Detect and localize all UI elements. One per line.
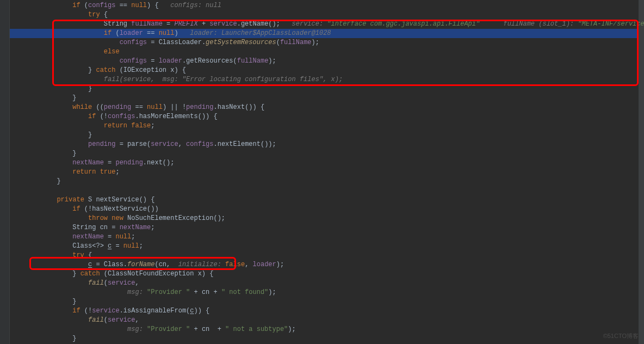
token-field: configs bbox=[120, 57, 147, 65]
code-line[interactable]: c = Class.forName(cn, initialize: false,… bbox=[10, 260, 644, 269]
code-line[interactable]: } bbox=[10, 94, 644, 103]
token-kw: return true bbox=[72, 168, 115, 176]
token-plain: .hasMoreElements()) { bbox=[135, 113, 217, 120]
code-line[interactable]: if (loader == null) loader: Launcher$App… bbox=[10, 29, 644, 38]
token-plain: , bbox=[245, 261, 252, 268]
token-field: nextName bbox=[72, 233, 104, 241]
token-plain: { bbox=[100, 11, 108, 19]
token-str-ital: "interface com.ggc.javaspi.api.FileApi" bbox=[327, 20, 480, 28]
code-line[interactable]: } bbox=[10, 131, 644, 140]
code-editor[interactable]: if (configs == null) { configs: null try… bbox=[10, 0, 644, 344]
token-plain: = bbox=[104, 233, 116, 241]
token-kw: catch bbox=[81, 270, 100, 278]
token-plain: ) || ! bbox=[163, 103, 186, 111]
code-line[interactable]: } bbox=[10, 149, 644, 158]
token-plain: ( bbox=[81, 2, 88, 9]
token-plain: + cn + bbox=[190, 288, 221, 296]
token-kw: catch bbox=[96, 66, 115, 74]
code-line[interactable]: while ((pending == null) || !pending.has… bbox=[10, 103, 644, 112]
token-plain: } bbox=[72, 335, 76, 342]
token-field: configs bbox=[108, 113, 135, 120]
token-field: service bbox=[108, 316, 135, 324]
code-line[interactable]: if (!hasNextService()) bbox=[10, 205, 644, 214]
code-line[interactable]: msg: "Provider " + cn + " not a subtype"… bbox=[10, 325, 644, 334]
code-line[interactable]: msg: "Provider " + cn + " not found"); bbox=[10, 288, 644, 297]
code-line[interactable]: configs = ClassLoader.getSystemResources… bbox=[10, 38, 644, 47]
code-line[interactable]: Class<?> c = null; bbox=[10, 242, 644, 251]
code-line[interactable] bbox=[10, 186, 644, 195]
token-hint: loader: Launcher$AppClassLoader@1028 bbox=[190, 29, 331, 37]
token-plain: = Class. bbox=[92, 261, 127, 268]
code-line[interactable]: } bbox=[10, 177, 644, 186]
code-line[interactable]: private S nextService() { bbox=[10, 195, 644, 205]
code-line[interactable]: fail(service, bbox=[10, 279, 644, 288]
code-line[interactable]: fail(service, bbox=[10, 316, 644, 325]
token-hint: fail(service, msg: "Error locating confi… bbox=[104, 76, 343, 83]
token-plain: ; bbox=[131, 233, 135, 241]
token-plain: ; bbox=[139, 242, 143, 250]
token-kw: if bbox=[72, 2, 80, 9]
token-plain: } bbox=[72, 270, 80, 278]
code-line[interactable]: } catch (IOException x) { bbox=[10, 66, 644, 75]
code-line[interactable]: try { bbox=[10, 251, 644, 260]
code-line[interactable]: if (!service.isAssignableFrom(c)) { bbox=[10, 306, 644, 316]
token-field: loader bbox=[253, 261, 276, 268]
token-plain: = bbox=[112, 242, 123, 250]
token-plain: = ClassLoader. bbox=[147, 39, 206, 46]
code-line[interactable]: } bbox=[10, 297, 644, 306]
token-plain: == bbox=[131, 103, 147, 111]
token-plain bbox=[84, 196, 88, 204]
token-str: " not found" bbox=[221, 288, 268, 296]
code-line[interactable]: } catch (ClassNotFoundException x) { bbox=[10, 269, 644, 279]
code-line[interactable]: pending = parse(service, configs.nextEle… bbox=[10, 140, 644, 149]
token-plain: .getResources( bbox=[182, 57, 237, 65]
watermark: ©51CTO博客 bbox=[603, 331, 639, 341]
token-field: nextName bbox=[120, 224, 151, 231]
token-hint: configs: bbox=[170, 2, 206, 9]
code-line[interactable]: return true; bbox=[10, 168, 644, 177]
token-field: fullName bbox=[237, 57, 269, 65]
token-plain: String cn = bbox=[72, 224, 119, 231]
token-field: pending bbox=[186, 103, 213, 111]
code-line[interactable]: if (configs == null) { configs: null bbox=[10, 1, 644, 10]
token-field: service bbox=[108, 279, 135, 287]
token-plain: .getName(); bbox=[237, 20, 292, 28]
token-field: configs bbox=[186, 140, 213, 148]
token-kw: null bbox=[147, 103, 163, 111]
token-kw: throw new bbox=[88, 214, 123, 222]
code-line[interactable]: nextName = pending.next(); bbox=[10, 158, 644, 168]
code-line[interactable]: } bbox=[10, 334, 644, 343]
code-line[interactable]: String cn = nextName; bbox=[10, 223, 644, 232]
token-kw: if bbox=[104, 29, 112, 37]
token-plain: nextService() { bbox=[92, 196, 154, 204]
token-field: pending bbox=[104, 103, 131, 111]
token-field: loader bbox=[159, 57, 182, 65]
code-line[interactable]: return false; bbox=[10, 121, 644, 131]
token-kw: else bbox=[104, 48, 120, 56]
token-plain: + cn + bbox=[190, 325, 225, 333]
token-plain: + bbox=[198, 20, 210, 28]
code-line[interactable]: configs = loader.getResources(fullName); bbox=[10, 57, 644, 66]
token-field: fullName bbox=[280, 39, 312, 46]
token-hint: msg: bbox=[127, 325, 147, 333]
token-plain: .isAssignableFrom( bbox=[120, 307, 190, 315]
token-plain: ); bbox=[268, 288, 276, 296]
code-line[interactable]: fail(service, msg: "Error locating confi… bbox=[10, 75, 644, 84]
token-plain: String bbox=[104, 20, 131, 28]
code-line[interactable]: try { bbox=[10, 10, 644, 20]
token-kw: try bbox=[88, 11, 100, 19]
code-line[interactable]: String fullName = PREFIX + service.getNa… bbox=[10, 20, 644, 29]
token-plain: { bbox=[84, 251, 92, 259]
token-plain: (! bbox=[81, 307, 92, 315]
token-plain: .next(); bbox=[143, 159, 175, 167]
token-plain: } bbox=[88, 85, 92, 93]
code-line[interactable]: } bbox=[10, 84, 644, 94]
token-plain: == bbox=[143, 29, 159, 37]
code-line[interactable]: if (!configs.hasMoreElements()) { bbox=[10, 112, 644, 121]
code-line[interactable]: else bbox=[10, 47, 644, 57]
token-kw: if bbox=[88, 113, 96, 120]
token-plain: )) { bbox=[194, 307, 209, 315]
token-kw: null bbox=[115, 233, 131, 241]
code-line[interactable]: throw new NoSuchElementException(); bbox=[10, 214, 644, 223]
code-line[interactable]: nextName = null; bbox=[10, 232, 644, 242]
